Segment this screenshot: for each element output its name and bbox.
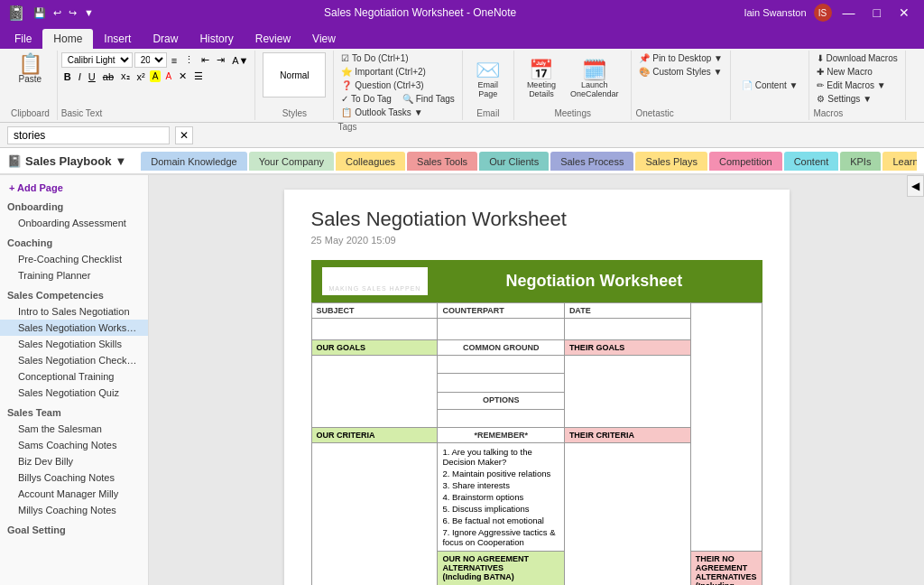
close-button[interactable]: ✕ <box>892 4 917 22</box>
common-ground-value2[interactable] <box>438 374 564 392</box>
tab-sales-plays[interactable]: Sales Plays <box>635 152 707 171</box>
italic-button[interactable]: I <box>76 70 84 83</box>
email-page-button[interactable]: ✉️ EmailPage <box>470 59 506 100</box>
email-group-label: Email <box>476 107 499 118</box>
content-button[interactable]: 📄 Content ▼ <box>738 79 801 91</box>
their-no-agreement-label: THEIR NO AGREEMENT ALTERNATIVES (Includi… <box>690 552 762 586</box>
tab-content[interactable]: Content <box>784 152 839 171</box>
sidebar-item-negotiation-quiz[interactable]: Sales Negotiation Quiz <box>0 385 148 401</box>
counterpart-value[interactable] <box>438 319 564 340</box>
clipboard-group: 📋 Paste Clipboard <box>4 51 58 120</box>
tab-your-company[interactable]: Your Company <box>249 152 334 171</box>
tab-domain-knowledge[interactable]: Domain Knowledge <box>141 152 246 171</box>
tab-competition[interactable]: Competition <box>709 152 782 171</box>
highlight-button[interactable]: A <box>150 70 162 82</box>
sidebar-item-biz-dev-billy[interactable]: Biz Dev Billy <box>0 453 148 469</box>
sidebar-item-negotiation-worksheet[interactable]: Sales Negotiation Worksheet <box>0 320 148 336</box>
remember-item-2: 2. Maintain positive relations <box>442 468 559 479</box>
pin-desktop-button[interactable]: 📌 Pin to Desktop ▼ <box>635 52 726 64</box>
list-numbers-button[interactable]: ⋮ <box>181 53 197 67</box>
notebook-name[interactable]: 📓 Sales Playbook ▼ <box>7 154 126 168</box>
sidebar-item-sams-coaching[interactable]: Sams Coaching Notes <box>0 437 148 453</box>
sidebar-item-millys-coaching[interactable]: Millys Coaching Notes <box>0 502 148 518</box>
options-value[interactable] <box>438 409 564 427</box>
paste-button[interactable]: 📋 Paste <box>12 52 48 86</box>
edit-macros-button[interactable]: ✏ Edit Macros ▼ <box>813 79 901 91</box>
sidebar-item-training-planner[interactable]: Training Planner <box>0 267 148 283</box>
todo-tag-button[interactable]: ☑ To Do (Ctrl+1) <box>337 52 457 64</box>
custom-styles-button[interactable]: 🎨 Custom Styles ▼ <box>635 66 726 78</box>
tab-our-clients[interactable]: Our Clients <box>479 152 549 171</box>
align-button[interactable]: ☰ <box>191 70 206 83</box>
their-criteria-label: THEIR CRITERIA <box>564 428 690 443</box>
tab-colleagues[interactable]: Colleagues <box>336 152 405 171</box>
sidebar-item-onboarding-assessment[interactable]: Onboarding Assessment <box>0 215 148 231</box>
subscript-button[interactable]: x₂ <box>118 70 133 83</box>
tab-history[interactable]: History <box>189 29 244 49</box>
clear-format-button[interactable]: ✕ <box>176 70 189 83</box>
new-macro-button[interactable]: ✚ New Macro <box>813 66 901 78</box>
launch-onenote-button[interactable]: 🗓️ LaunchOneCalendar <box>565 59 624 100</box>
subject-value[interactable] <box>311 319 438 340</box>
meeting-details-button[interactable]: 📅 MeetingDetails <box>522 59 561 100</box>
tab-sales-tools[interactable]: Sales Tools <box>407 152 477 171</box>
our-goals-value[interactable] <box>311 356 438 428</box>
common-ground-value1[interactable] <box>438 356 564 374</box>
sidebar-item-conceptional-training[interactable]: Conceptional Training <box>0 368 148 385</box>
settings-button[interactable]: ⚙ Settings ▼ <box>813 93 901 105</box>
sidebar-item-sam[interactable]: Sam the Salesman <box>0 421 148 437</box>
question-tag-button[interactable]: ❓ Question (Ctrl+3) <box>337 79 457 91</box>
tab-kpis[interactable]: KPIs <box>840 152 881 171</box>
redo-button[interactable]: ↪ <box>66 5 79 21</box>
launch-label: LaunchOneCalendar <box>570 80 619 98</box>
sidebar-item-billys-coaching[interactable]: Billys Coaching Notes <box>0 469 148 486</box>
tab-view[interactable]: View <box>301 29 346 49</box>
our-criteria-value[interactable] <box>311 443 438 586</box>
styles-dropdown-button[interactable]: A▼ <box>229 54 251 67</box>
todo-tag-btn2[interactable]: ✓ To Do Tag <box>337 93 394 105</box>
indent-decrease-button[interactable]: ⇤ <box>199 53 212 67</box>
their-goals-value[interactable] <box>564 356 690 428</box>
list-bullets-button[interactable]: ≡ <box>169 54 180 67</box>
font-color-button[interactable]: A <box>162 70 174 82</box>
tab-draw[interactable]: Draw <box>142 29 189 49</box>
collapse-button[interactable]: ◀ <box>907 175 924 197</box>
search-input[interactable] <box>7 126 170 144</box>
sidebar-item-pre-coaching[interactable]: Pre-Coaching Checklist <box>0 251 148 267</box>
tab-review[interactable]: Review <box>245 29 301 49</box>
their-criteria-value[interactable] <box>564 443 690 586</box>
title-bar: 📓 💾 ↩ ↪ ▼ Sales Negotiation Worksheet - … <box>0 0 924 25</box>
tab-sales-process[interactable]: Sales Process <box>550 152 633 171</box>
add-page-button[interactable]: + Add Page <box>0 179 148 197</box>
tab-file[interactable]: File <box>4 29 42 49</box>
window-title: Sales Negotiation Worksheet - OneNote <box>97 6 744 19</box>
sidebar-item-negotiation-skills[interactable]: Sales Negotiation Skills <box>0 336 148 352</box>
outlook-tasks-button[interactable]: 📋 Outlook Tasks ▼ <box>337 107 457 118</box>
font-size-select[interactable]: 20 <box>134 52 167 68</box>
minimize-button[interactable]: — <box>836 4 863 22</box>
tab-insert[interactable]: Insert <box>93 29 142 49</box>
sidebar-item-intro-negotiation[interactable]: Intro to Sales Negotiation <box>0 303 148 320</box>
more-qa-button[interactable]: ▼ <box>81 5 97 20</box>
important-tag-button[interactable]: ⭐ Important (Ctrl+2) <box>337 66 457 78</box>
font-family-select[interactable]: Calibri Light <box>61 52 133 68</box>
maximize-button[interactable]: □ <box>866 4 888 22</box>
save-button[interactable]: 💾 <box>31 5 49 21</box>
sidebar-item-account-manager-milly[interactable]: Account Manager Milly <box>0 486 148 502</box>
bold-button[interactable]: B <box>61 70 74 83</box>
indent-increase-button[interactable]: ⇥ <box>214 53 227 67</box>
tab-home[interactable]: Home <box>42 29 93 49</box>
strikethrough-button[interactable]: ab <box>100 70 116 83</box>
underline-button[interactable]: U <box>86 70 98 83</box>
find-tags-button[interactable]: 🔍 Find Tags <box>399 93 458 105</box>
sidebar-item-negotiation-checklist[interactable]: Sales Negotiation Checklist <box>0 352 148 368</box>
date-label: DATE <box>564 303 690 319</box>
tab-learning[interactable]: Learning <box>882 152 917 171</box>
superscript-button[interactable]: x² <box>134 70 148 83</box>
date-value[interactable] <box>564 319 690 340</box>
download-macros-button[interactable]: ⬇ Download Macros <box>813 52 901 64</box>
undo-button[interactable]: ↩ <box>51 5 64 21</box>
remember-item-4: 4. Brainstorm options <box>442 491 559 503</box>
search-close-button[interactable]: ✕ <box>175 126 193 144</box>
styles-preview[interactable]: Normal <box>263 52 326 98</box>
